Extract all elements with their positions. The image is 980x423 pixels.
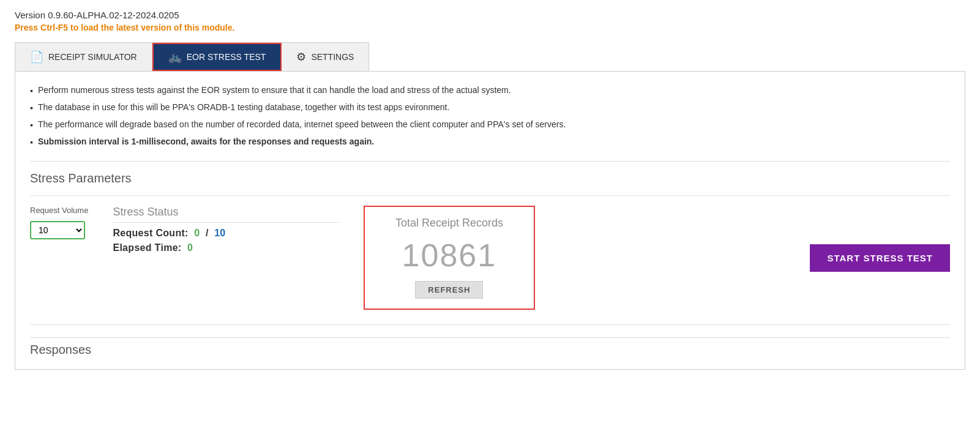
request-count-row: Request Count: 0 / 10 [113, 228, 339, 239]
start-stress-test-button[interactable]: START STRESS TEST [810, 244, 950, 272]
tabs-bar: 📄 RECEIPT SIMULATOR 🚲 EOR STRESS TEST ⚙ … [15, 42, 369, 71]
page-wrapper: Version 0.9.60-ALPHA.02-12-2024.0205 Pre… [0, 0, 980, 380]
tab-receipt-simulator[interactable]: 📄 RECEIPT SIMULATOR [15, 43, 152, 71]
tab-settings[interactable]: ⚙ SETTINGS [282, 43, 368, 71]
request-volume-label: Request Volume [30, 206, 88, 215]
tab-eor-stress-test-label: EOR STRESS TEST [187, 52, 266, 62]
responses-title: Responses [30, 337, 950, 357]
tab-eor-stress-test[interactable]: 🚲 EOR STRESS TEST [152, 43, 282, 71]
tab-settings-label: SETTINGS [311, 52, 354, 62]
refresh-button[interactable]: REFRESH [415, 281, 483, 299]
stress-status-title: Stress Status [113, 206, 339, 223]
version-text: Version 0.9.60-ALPHA.02-12-2024.0205 [15, 10, 965, 20]
info-bullet-2: The database in use for this will be PPA… [30, 101, 950, 114]
request-volume-block: Request Volume 1 5 10 20 50 100 [30, 206, 88, 239]
elapsed-time-row: Elapsed Time: 0 [113, 242, 339, 253]
reload-notice: Press Ctrl-F5 to load the latest version… [15, 23, 965, 32]
info-list: Perform numerous stress tests against th… [30, 84, 950, 149]
section-divider-1 [30, 161, 950, 162]
info-bullet-3: The performance will degrade based on th… [30, 118, 950, 132]
request-count-label: Request Count: [113, 228, 188, 238]
stress-parameters-title: Stress Parameters [30, 171, 950, 185]
section-divider-3 [30, 324, 950, 325]
receipt-records-block: Total Receipt Records 10861 REFRESH [364, 206, 535, 310]
receipt-records-value: 10861 [402, 237, 497, 274]
request-count-separator: / [206, 228, 209, 238]
request-count-total: 10 [214, 228, 225, 238]
stress-status-block: Stress Status Request Count: 0 / 10 Elap… [113, 206, 339, 257]
content-area: Perform numerous stress tests against th… [15, 71, 965, 370]
gear-icon: ⚙ [296, 50, 306, 64]
stress-params-row: Request Volume 1 5 10 20 50 100 Stress S… [30, 206, 950, 310]
elapsed-time-label: Elapsed Time: [113, 242, 181, 253]
section-divider-2 [30, 195, 950, 196]
receipt-records-title: Total Receipt Records [395, 217, 503, 230]
elapsed-time-value: 0 [187, 242, 193, 253]
receipt-icon: 📄 [30, 50, 43, 64]
tab-receipt-simulator-label: RECEIPT SIMULATOR [48, 52, 137, 62]
info-bullet-4: Submission interval is 1-millisecond, aw… [30, 135, 950, 149]
request-volume-select[interactable]: 1 5 10 20 50 100 [30, 221, 85, 239]
bike-icon: 🚲 [168, 50, 182, 64]
request-count-current: 0 [194, 228, 200, 238]
info-bullet-1: Perform numerous stress tests against th… [30, 84, 950, 97]
